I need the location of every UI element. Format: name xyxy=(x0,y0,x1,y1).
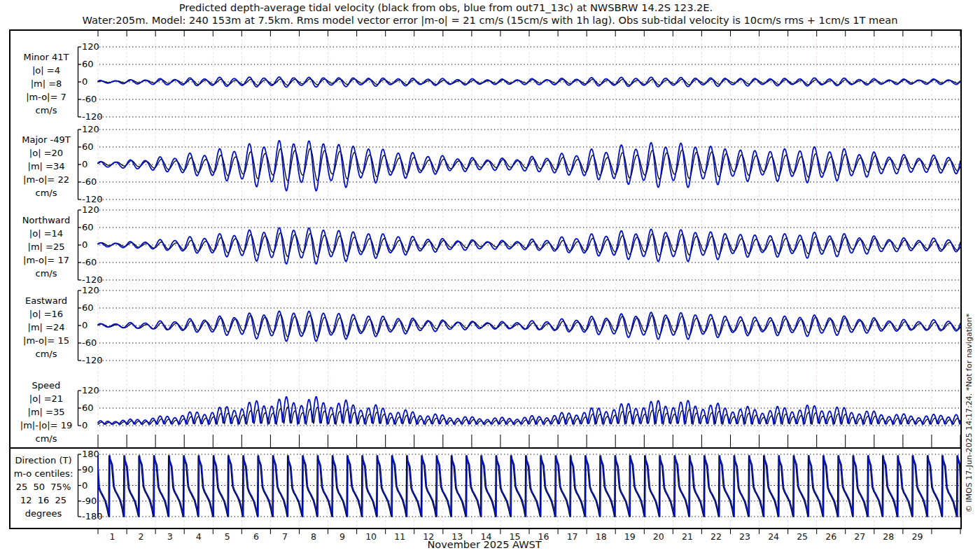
panel-label-line: cm/s xyxy=(11,432,81,445)
day-label: 20 xyxy=(648,531,669,542)
y-tick-label: -60 xyxy=(82,176,97,188)
panel-label-line: cm/s xyxy=(11,347,81,360)
day-label: 25 xyxy=(792,531,813,542)
y-tick-label: 60 xyxy=(82,58,94,71)
day-label: 6 xyxy=(246,531,267,542)
y-tick-label: -180 xyxy=(82,510,103,523)
day-label: 3 xyxy=(160,531,181,542)
panel-label-line: m-o centiles: xyxy=(8,467,78,480)
panel-label-line: 25 50 75% xyxy=(8,480,78,493)
panel-label-speed: Speed|o| =21|m| =35|m|-|o|= 19cm/s xyxy=(11,379,81,445)
panel-label-line: |m-o|= 7 xyxy=(11,90,81,104)
y-tick-label: 120 xyxy=(82,384,99,397)
y-tick-label: -90 xyxy=(82,495,97,507)
day-label: 24 xyxy=(763,531,784,542)
y-tick-label: 0 xyxy=(82,319,88,332)
panel-label-line: |m| =34 xyxy=(11,160,81,173)
day-label: 2 xyxy=(131,531,152,542)
y-tick-label: -60 xyxy=(82,337,97,349)
panel-label-line: 12 16 25 xyxy=(8,493,78,507)
panel-label-line: |o| =20 xyxy=(11,146,81,160)
plot-canvas xyxy=(0,0,980,560)
y-tick-label: 120 xyxy=(82,204,99,216)
day-label: 19 xyxy=(620,531,640,542)
day-label: 10 xyxy=(360,531,382,542)
panel-label-line: |m| =25 xyxy=(11,240,81,253)
day-label: 8 xyxy=(303,531,324,542)
y-tick-label: -120 xyxy=(82,354,103,367)
tidal-velocity-figure: Predicted depth-average tidal velocity (… xyxy=(0,0,980,560)
y-tick-label: 60 xyxy=(82,141,94,153)
day-label: 1 xyxy=(102,531,123,542)
panel-label-line: |m| =24 xyxy=(11,321,81,334)
imos-watermark: © IMOS 17-Jun-2025 14:17:24. *Not for na… xyxy=(965,133,976,560)
y-tick-label: 60 xyxy=(82,221,94,234)
y-tick-label: -60 xyxy=(82,93,97,106)
y-tick-label: 0 xyxy=(82,76,88,88)
day-label: 22 xyxy=(706,531,727,542)
panel-label-line: Major -49T xyxy=(11,133,81,146)
panel-label-line: cm/s xyxy=(11,104,81,117)
y-tick-label: 90 xyxy=(82,463,94,476)
y-tick-label: 60 xyxy=(82,402,94,414)
day-label: 9 xyxy=(332,531,353,542)
panel-label-line: Northward xyxy=(11,214,81,227)
day-label: 23 xyxy=(734,531,755,542)
y-tick-label: 120 xyxy=(82,41,99,53)
day-label: 28 xyxy=(878,531,899,542)
day-label: 5 xyxy=(217,531,238,542)
direction-obs-curve xyxy=(98,456,960,517)
y-tick-label: 0 xyxy=(82,419,88,432)
x-axis-month-label: November 2025 AWST xyxy=(400,539,568,550)
panel-label-line: |o| =21 xyxy=(11,392,81,405)
y-tick-label: 60 xyxy=(82,302,94,314)
panel-label-line: cm/s xyxy=(11,186,81,200)
panel-label-line: Speed xyxy=(11,379,81,392)
panel-label-line: |o| =4 xyxy=(11,64,81,77)
panel-label-line: Minor 41T xyxy=(11,50,81,64)
panel-label-eastward: Eastward|o| =16|m| =24|m-o|= 15cm/s xyxy=(11,294,81,360)
day-label: 21 xyxy=(677,531,698,542)
panel-label-line: |m| =8 xyxy=(11,77,81,90)
panel-label-line: |o| =14 xyxy=(11,227,81,240)
panel-label-line: degrees xyxy=(8,507,78,520)
panel-label-major: Major -49T|o| =20|m| =34|m-o|= 22cm/s xyxy=(11,133,81,200)
panel-label-line: Eastward xyxy=(11,294,81,307)
y-tick-label: 0 xyxy=(82,479,88,492)
panel-label-line: |m-o|= 22 xyxy=(11,173,81,186)
panel-label-line: Direction (T) xyxy=(8,454,78,467)
panel-label-line: |m|-|o|= 19 xyxy=(11,419,81,432)
y-tick-label: -60 xyxy=(82,256,97,269)
day-label: 4 xyxy=(188,531,209,542)
panel-label-minor: Minor 41T|o| =4|m| =8|m-o|= 7cm/s xyxy=(11,50,81,117)
panel-label-northward: Northward|o| =14|m| =25|m-o|= 17cm/s xyxy=(11,214,81,280)
y-tick-label: 0 xyxy=(82,158,88,171)
day-label: 29 xyxy=(906,531,927,542)
day-label: 18 xyxy=(591,531,612,542)
panel-label-line: |m-o|= 15 xyxy=(11,334,81,347)
panel-label-line: |m| =35 xyxy=(11,405,81,419)
y-tick-label: 180 xyxy=(82,448,99,461)
panel-label-line: cm/s xyxy=(11,267,81,280)
y-tick-label: 120 xyxy=(82,284,99,297)
day-label: 27 xyxy=(849,531,870,542)
day-label: 7 xyxy=(274,531,295,542)
panel-label-line: |m-o|= 17 xyxy=(11,253,81,267)
y-tick-label: 0 xyxy=(82,239,88,251)
day-label: 26 xyxy=(820,531,841,542)
frame-upper-panels xyxy=(10,30,961,448)
panel-label-direction: Direction (T)m-o centiles:25 50 75%12 16… xyxy=(8,454,78,520)
panel-label-line: |o| =16 xyxy=(11,307,81,321)
y-tick-label: 120 xyxy=(82,123,99,136)
y-tick-label: -120 xyxy=(82,111,103,123)
